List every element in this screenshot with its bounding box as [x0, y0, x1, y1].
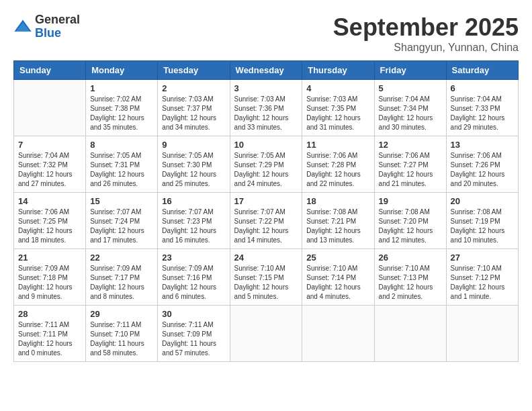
- day-number: 15: [90, 196, 153, 206]
- calendar-cell: 20Sunrise: 7:08 AMSunset: 7:19 PMDayligh…: [446, 193, 518, 249]
- day-number: 19: [379, 196, 442, 206]
- day-info: Sunrise: 7:08 AMSunset: 7:21 PMDaylight:…: [306, 208, 369, 245]
- weekday-header-monday: Monday: [86, 61, 158, 80]
- header: General Blue September 2025 Shangyun, Yu…: [13, 13, 519, 54]
- calendar: SundayMondayTuesdayWednesdayThursdayFrid…: [13, 60, 519, 362]
- day-info: Sunrise: 7:05 AMSunset: 7:30 PMDaylight:…: [162, 151, 225, 189]
- calendar-cell: 21Sunrise: 7:09 AMSunset: 7:18 PMDayligh…: [14, 249, 86, 306]
- calendar-cell: [446, 306, 518, 362]
- calendar-cell: [374, 306, 446, 362]
- logo-blue-text: Blue: [35, 27, 80, 40]
- day-number: 8: [90, 140, 153, 150]
- logo-general-text: General: [35, 13, 80, 27]
- day-info: Sunrise: 7:06 AMSunset: 7:27 PMDaylight:…: [379, 151, 442, 189]
- calendar-cell: 17Sunrise: 7:07 AMSunset: 7:22 PMDayligh…: [230, 193, 302, 249]
- calendar-cell: 6Sunrise: 7:04 AMSunset: 7:33 PMDaylight…: [446, 80, 518, 136]
- week-row-4: 21Sunrise: 7:09 AMSunset: 7:18 PMDayligh…: [14, 249, 519, 306]
- week-row-1: 1Sunrise: 7:02 AMSunset: 7:38 PMDaylight…: [14, 80, 519, 136]
- weekday-header-saturday: Saturday: [446, 61, 518, 80]
- day-number: 13: [451, 140, 514, 150]
- day-info: Sunrise: 7:10 AMSunset: 7:13 PMDaylight:…: [379, 264, 442, 302]
- day-info: Sunrise: 7:11 AMSunset: 7:11 PMDaylight:…: [18, 320, 81, 358]
- day-info: Sunrise: 7:06 AMSunset: 7:26 PMDaylight:…: [451, 151, 514, 189]
- calendar-cell: 5Sunrise: 7:04 AMSunset: 7:34 PMDaylight…: [374, 80, 446, 136]
- logo: General Blue: [13, 13, 80, 40]
- day-info: Sunrise: 7:05 AMSunset: 7:29 PMDaylight:…: [234, 151, 298, 189]
- day-number: 26: [379, 253, 442, 263]
- calendar-cell: 13Sunrise: 7:06 AMSunset: 7:26 PMDayligh…: [446, 136, 518, 193]
- day-number: 18: [306, 196, 369, 206]
- weekday-header-tuesday: Tuesday: [158, 61, 230, 80]
- title-area: September 2025 Shangyun, Yunnan, China: [333, 13, 519, 54]
- day-info: Sunrise: 7:03 AMSunset: 7:35 PMDaylight:…: [306, 95, 369, 132]
- day-number: 29: [90, 309, 153, 319]
- day-number: 12: [379, 140, 442, 150]
- day-info: Sunrise: 7:09 AMSunset: 7:18 PMDaylight:…: [18, 264, 81, 302]
- calendar-cell: 16Sunrise: 7:07 AMSunset: 7:23 PMDayligh…: [158, 193, 230, 249]
- day-number: 16: [162, 196, 225, 206]
- day-info: Sunrise: 7:04 AMSunset: 7:32 PMDaylight:…: [18, 151, 81, 189]
- day-number: 20: [451, 196, 514, 206]
- day-info: Sunrise: 7:06 AMSunset: 7:28 PMDaylight:…: [306, 151, 369, 189]
- day-number: 2: [162, 83, 225, 93]
- calendar-cell: 18Sunrise: 7:08 AMSunset: 7:21 PMDayligh…: [302, 193, 374, 249]
- day-info: Sunrise: 7:08 AMSunset: 7:19 PMDaylight:…: [451, 208, 514, 245]
- calendar-cell: 11Sunrise: 7:06 AMSunset: 7:28 PMDayligh…: [302, 136, 374, 193]
- day-info: Sunrise: 7:04 AMSunset: 7:34 PMDaylight:…: [379, 95, 442, 132]
- calendar-cell: [14, 80, 86, 136]
- week-row-3: 14Sunrise: 7:06 AMSunset: 7:25 PMDayligh…: [14, 193, 519, 249]
- location-title: Shangyun, Yunnan, China: [333, 42, 519, 54]
- weekday-header-row: SundayMondayTuesdayWednesdayThursdayFrid…: [14, 61, 519, 80]
- month-title: September 2025: [333, 13, 519, 42]
- calendar-cell: 12Sunrise: 7:06 AMSunset: 7:27 PMDayligh…: [374, 136, 446, 193]
- day-number: 4: [306, 83, 369, 93]
- calendar-cell: 22Sunrise: 7:09 AMSunset: 7:17 PMDayligh…: [86, 249, 158, 306]
- day-number: 7: [18, 140, 81, 150]
- day-info: Sunrise: 7:11 AMSunset: 7:09 PMDaylight:…: [162, 320, 225, 358]
- calendar-cell: 14Sunrise: 7:06 AMSunset: 7:25 PMDayligh…: [14, 193, 86, 249]
- day-number: 22: [90, 253, 153, 263]
- calendar-cell: 2Sunrise: 7:03 AMSunset: 7:37 PMDaylight…: [158, 80, 230, 136]
- day-number: 23: [162, 253, 225, 263]
- calendar-cell: 15Sunrise: 7:07 AMSunset: 7:24 PMDayligh…: [86, 193, 158, 249]
- calendar-cell: 9Sunrise: 7:05 AMSunset: 7:30 PMDaylight…: [158, 136, 230, 193]
- weekday-header-wednesday: Wednesday: [230, 61, 302, 80]
- day-info: Sunrise: 7:07 AMSunset: 7:22 PMDaylight:…: [234, 208, 298, 245]
- day-number: 17: [234, 196, 298, 206]
- day-number: 30: [162, 309, 225, 319]
- calendar-cell: 4Sunrise: 7:03 AMSunset: 7:35 PMDaylight…: [302, 80, 374, 136]
- day-number: 6: [451, 83, 514, 93]
- week-row-5: 28Sunrise: 7:11 AMSunset: 7:11 PMDayligh…: [14, 306, 519, 362]
- day-info: Sunrise: 7:02 AMSunset: 7:38 PMDaylight:…: [90, 95, 153, 132]
- day-info: Sunrise: 7:09 AMSunset: 7:17 PMDaylight:…: [90, 264, 153, 302]
- day-number: 27: [451, 253, 514, 263]
- calendar-cell: 28Sunrise: 7:11 AMSunset: 7:11 PMDayligh…: [14, 306, 86, 362]
- day-number: 25: [306, 253, 369, 263]
- weekday-header-friday: Friday: [374, 61, 446, 80]
- day-info: Sunrise: 7:08 AMSunset: 7:20 PMDaylight:…: [379, 208, 442, 245]
- day-number: 5: [379, 83, 442, 93]
- day-number: 14: [18, 196, 81, 206]
- calendar-cell: [302, 306, 374, 362]
- day-number: 9: [162, 140, 225, 150]
- calendar-cell: 26Sunrise: 7:10 AMSunset: 7:13 PMDayligh…: [374, 249, 446, 306]
- day-info: Sunrise: 7:10 AMSunset: 7:14 PMDaylight:…: [306, 264, 369, 302]
- calendar-cell: 10Sunrise: 7:05 AMSunset: 7:29 PMDayligh…: [230, 136, 302, 193]
- day-info: Sunrise: 7:10 AMSunset: 7:12 PMDaylight:…: [451, 264, 514, 302]
- calendar-cell: 1Sunrise: 7:02 AMSunset: 7:38 PMDaylight…: [86, 80, 158, 136]
- day-info: Sunrise: 7:10 AMSunset: 7:15 PMDaylight:…: [234, 264, 298, 302]
- day-number: 3: [234, 83, 298, 93]
- calendar-cell: 8Sunrise: 7:05 AMSunset: 7:31 PMDaylight…: [86, 136, 158, 193]
- calendar-cell: 27Sunrise: 7:10 AMSunset: 7:12 PMDayligh…: [446, 249, 518, 306]
- day-info: Sunrise: 7:03 AMSunset: 7:36 PMDaylight:…: [234, 95, 298, 132]
- calendar-cell: 29Sunrise: 7:11 AMSunset: 7:10 PMDayligh…: [86, 306, 158, 362]
- calendar-cell: 3Sunrise: 7:03 AMSunset: 7:36 PMDaylight…: [230, 80, 302, 136]
- weekday-header-thursday: Thursday: [302, 61, 374, 80]
- day-info: Sunrise: 7:11 AMSunset: 7:10 PMDaylight:…: [90, 320, 153, 358]
- day-info: Sunrise: 7:03 AMSunset: 7:37 PMDaylight:…: [162, 95, 225, 132]
- day-info: Sunrise: 7:05 AMSunset: 7:31 PMDaylight:…: [90, 151, 153, 189]
- week-row-2: 7Sunrise: 7:04 AMSunset: 7:32 PMDaylight…: [14, 136, 519, 193]
- calendar-cell: [230, 306, 302, 362]
- day-info: Sunrise: 7:06 AMSunset: 7:25 PMDaylight:…: [18, 208, 81, 245]
- calendar-cell: 30Sunrise: 7:11 AMSunset: 7:09 PMDayligh…: [158, 306, 230, 362]
